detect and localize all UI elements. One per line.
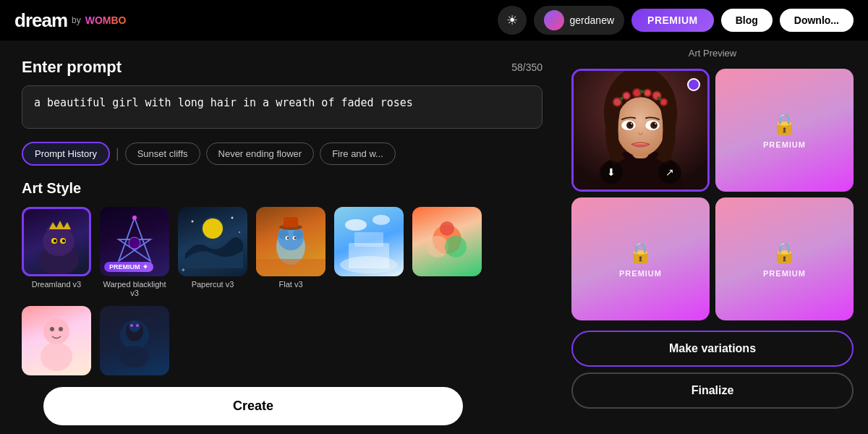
- preview-grid: ⬇ ↗ 🔒 PREMIUM 🔒 PREMIUM 🔒 PREMIUM: [571, 69, 854, 320]
- chip-never-ending-flower[interactable]: Never ending flower: [206, 142, 315, 165]
- header-right: ☀ gerdanew PREMIUM Blog Downlo...: [498, 6, 854, 35]
- style-card-papercut[interactable]: ✦ Papercut v3: [178, 207, 247, 297]
- svg-rect-24: [284, 217, 298, 227]
- download-preview-button[interactable]: ⬇: [600, 161, 623, 184]
- premium-label-3: PREMIUM: [763, 269, 806, 278]
- svg-marker-8: [49, 221, 71, 229]
- make-variations-button[interactable]: Make variations: [571, 331, 854, 367]
- premium-label-1: PREMIUM: [763, 140, 806, 149]
- bottom-buttons: Make variations Finalize: [571, 331, 854, 409]
- logo-by: by: [72, 15, 81, 25]
- share-preview-button[interactable]: ↗: [658, 161, 681, 184]
- svg-point-59: [634, 90, 641, 97]
- svg-point-17: [239, 231, 240, 233]
- style-grid: Dreamland v3 PREMIUM✦: [22, 207, 542, 379]
- username-label: gerdanew: [570, 14, 615, 26]
- svg-point-12: [129, 237, 140, 249]
- right-panel: Art Preview: [564, 41, 868, 434]
- svg-point-43: [59, 327, 63, 331]
- svg-point-48: [130, 324, 133, 327]
- premium-badge-warped: PREMIUM✦: [104, 262, 153, 272]
- chip-prompt-history[interactable]: Prompt History: [22, 142, 110, 166]
- style-card-people[interactable]: [22, 306, 91, 379]
- style-thumb-sky: [334, 207, 404, 276]
- logo-wombo: WOMBO: [85, 14, 127, 26]
- svg-point-14: [203, 218, 223, 239]
- preview-premium-2[interactable]: 🔒 PREMIUM: [571, 197, 710, 320]
- style-thumb-warped: PREMIUM✦: [100, 207, 169, 276]
- svg-point-61: [644, 90, 650, 96]
- preview-premium-1[interactable]: 🔒 PREMIUM: [715, 69, 854, 192]
- style-card-dark[interactable]: [100, 306, 169, 379]
- style-label-warped: Warped blacklight v3: [100, 280, 169, 297]
- chip-fire-and[interactable]: Fire and w...: [320, 142, 396, 165]
- lock-icon-3: 🔒: [772, 241, 797, 265]
- action-icons: ⬇ ↗: [574, 161, 707, 184]
- style-thumb-people: [22, 306, 91, 375]
- art-style-title: Art Style: [22, 180, 542, 197]
- user-pill[interactable]: gerdanew: [534, 6, 625, 35]
- svg-point-75: [631, 123, 632, 124]
- svg-rect-32: [349, 243, 389, 268]
- svg-point-45: [120, 346, 149, 367]
- main-content: Enter prompt 58/350 Prompt History | Sun…: [0, 41, 868, 434]
- style-card-flat[interactable]: Flat v3: [256, 207, 326, 297]
- style-card-sky[interactable]: [334, 207, 404, 297]
- create-button[interactable]: Create: [43, 387, 463, 425]
- selected-indicator: [687, 78, 700, 91]
- svg-point-49: [136, 324, 139, 327]
- svg-point-6: [54, 239, 56, 242]
- style-card-dreamland[interactable]: Dreamland v3: [22, 207, 91, 297]
- lock-icon-2: 🔒: [628, 241, 653, 265]
- style-label-dreamland: Dreamland v3: [32, 280, 81, 289]
- chips-row: Prompt History | Sunset cliffs Never end…: [22, 142, 542, 166]
- blog-button[interactable]: Blog: [721, 9, 773, 32]
- theme-toggle-button[interactable]: ☀: [498, 6, 527, 35]
- prompt-header: Enter prompt 58/350: [22, 58, 542, 77]
- preview-main-card[interactable]: ⬇ ↗: [571, 69, 710, 192]
- svg-point-28: [294, 237, 297, 239]
- download-button[interactable]: Downlo...: [780, 9, 854, 32]
- svg-point-16: [231, 217, 234, 219]
- avatar: [544, 10, 564, 30]
- svg-point-34: [345, 219, 367, 231]
- chip-sunset-cliffs[interactable]: Sunset cliffs: [125, 142, 200, 165]
- style-thumb-flat: [256, 207, 326, 276]
- prompt-title: Enter prompt: [22, 58, 122, 77]
- svg-rect-33: [354, 232, 383, 247]
- svg-point-41: [41, 342, 72, 371]
- header: dream by WOMBO ☀ gerdanew PREMIUM Blog D…: [0, 0, 868, 41]
- svg-point-35: [373, 215, 390, 225]
- style-thumb-dreamland: [22, 207, 91, 276]
- sun-icon: ☀: [506, 12, 518, 28]
- style-thumb-dark: [100, 306, 169, 375]
- svg-point-15: [192, 221, 194, 223]
- style-card-colorful[interactable]: [412, 207, 482, 297]
- svg-point-67: [639, 90, 645, 93]
- style-label-papercut: Papercut v3: [192, 280, 234, 289]
- style-label-flat: Flat v3: [278, 280, 302, 289]
- finalize-button[interactable]: Finalize: [571, 373, 854, 409]
- char-count: 58/350: [511, 61, 542, 73]
- left-content: Enter prompt 58/350 Prompt History | Sun…: [22, 58, 542, 434]
- chip-divider: |: [116, 146, 119, 161]
- svg-point-57: [624, 93, 629, 98]
- logo-dream: dream: [14, 9, 67, 32]
- premium-button[interactable]: PREMIUM: [631, 9, 714, 32]
- svg-rect-29: [256, 259, 326, 276]
- style-card-warped[interactable]: PREMIUM✦ Warped blacklight v3: [100, 207, 169, 297]
- preview-premium-3[interactable]: 🔒 PREMIUM: [715, 197, 854, 320]
- logo-area: dream by WOMBO: [14, 9, 486, 32]
- lock-icon-1: 🔒: [772, 112, 797, 136]
- svg-point-27: [287, 237, 289, 239]
- svg-point-42: [50, 327, 54, 331]
- svg-point-76: [655, 123, 656, 124]
- svg-point-38: [445, 236, 467, 258]
- svg-point-39: [440, 221, 454, 236]
- left-panel: Enter prompt 58/350 Prompt History | Sun…: [0, 41, 564, 434]
- prompt-input[interactable]: [22, 85, 542, 129]
- create-button-wrap: Create: [22, 375, 485, 434]
- style-thumb-papercut: ✦: [178, 207, 247, 276]
- svg-point-7: [62, 239, 65, 242]
- svg-point-11: [132, 216, 137, 220]
